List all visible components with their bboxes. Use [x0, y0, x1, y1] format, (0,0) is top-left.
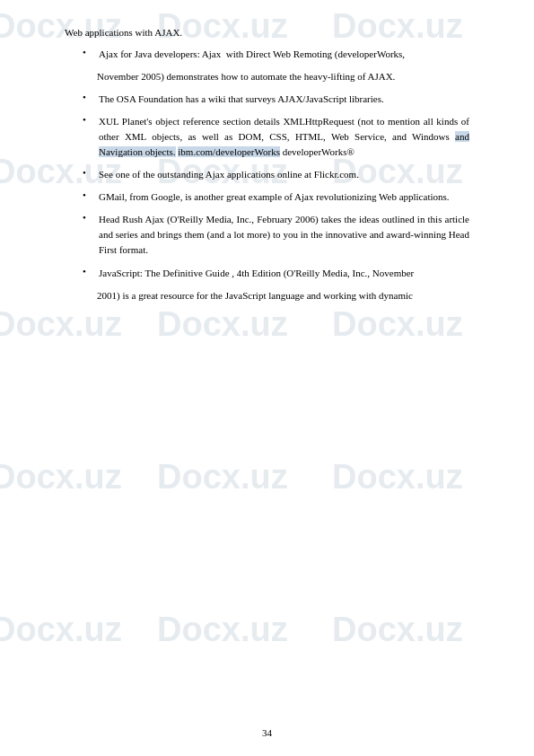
bullet-item-7: • JavaScript: The Definitive Guide , 4th…	[65, 266, 469, 281]
page-number: 34	[0, 727, 534, 738]
bullet-symbol-1: •	[83, 47, 95, 62]
bullet-symbol-4: •	[83, 167, 95, 182]
indent-para-1-text: November 2005) demonstrates how to autom…	[97, 71, 395, 82]
section-heading: Web applications with AJAX.	[65, 27, 469, 38]
bullet-symbol-5: •	[83, 189, 95, 205]
bullet-text-2: The OSA Foundation has a wiki that surve…	[99, 92, 469, 107]
bullet-text-3: XUL Planet's object reference section de…	[99, 114, 469, 160]
bullet-item-5: • GMail, from Google, is another great e…	[65, 189, 469, 205]
bullet-symbol-3: •	[83, 114, 95, 160]
bullet-text-7: JavaScript: The Definitive Guide , 4th E…	[99, 266, 469, 281]
indent-para-2-text: 2001) is a great resource for the JavaSc…	[97, 290, 413, 301]
bullet-item-3: • XUL Planet's object reference section …	[65, 114, 469, 160]
indent-para-2: 2001) is a great resource for the JavaSc…	[65, 288, 469, 303]
bullet-item-6: • Head Rush Ajax (O'Reilly Media, Inc., …	[65, 212, 469, 258]
bullet-text-4: See one of the outstanding Ajax applicat…	[99, 167, 469, 182]
bullet-symbol-7: •	[83, 266, 95, 281]
bullet-item-2: • The OSA Foundation has a wiki that sur…	[65, 92, 469, 107]
bullet-text-5: GMail, from Google, is another great exa…	[99, 189, 469, 205]
bullet-symbol-2: •	[83, 92, 95, 107]
bullet-text-1: Ajax for Java developers: Ajax Docx.uzwi…	[99, 47, 469, 62]
page-number-text: 34	[262, 727, 272, 738]
bullet-item-4: • See one of the outstanding Ajax applic…	[65, 167, 469, 182]
indent-para-1: November 2005) demonstrates how to autom…	[65, 69, 469, 84]
heading-text: Web applications with AJAX.	[65, 27, 182, 38]
bullet-symbol-6: •	[83, 212, 95, 258]
bullet-text-6: Head Rush Ajax (O'Reilly Media, Inc., Fe…	[99, 212, 469, 258]
bullet-item-1: • Ajax for Java developers: Ajax Docx.uz…	[65, 47, 469, 62]
